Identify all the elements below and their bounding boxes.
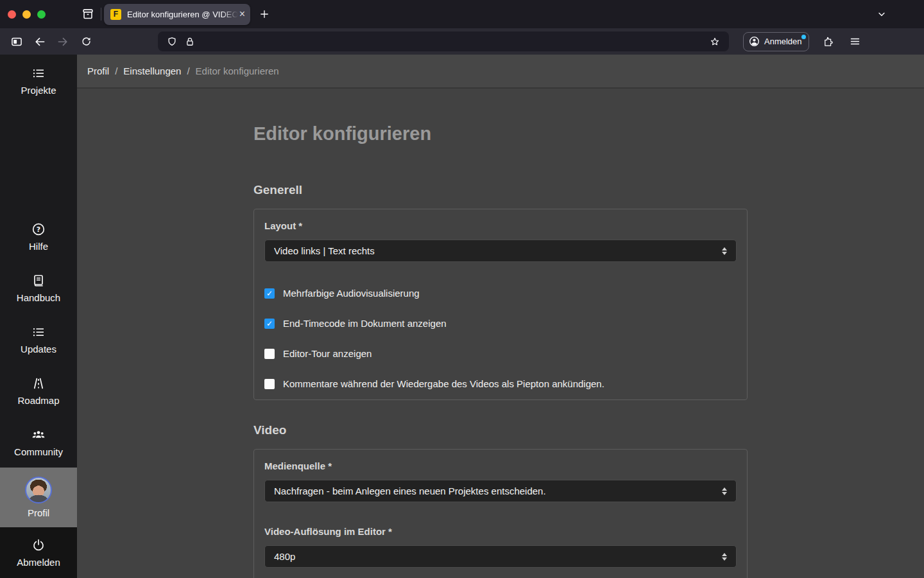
book-icon	[31, 273, 46, 288]
page-title: Editor konfigurieren	[253, 123, 924, 144]
bookmark-button[interactable]	[706, 33, 724, 50]
site-security-button[interactable]	[181, 33, 199, 50]
notification-dot	[801, 35, 806, 39]
checkbox-label: Editor-Tour anzeigen	[283, 348, 372, 359]
plus-icon	[259, 8, 270, 20]
video-fieldset: Medienquelle * Nachfragen - beim Anlegen…	[253, 449, 748, 578]
sidebar-item-label: Abmelden	[17, 557, 60, 568]
section-heading-generell: Generell	[253, 183, 924, 197]
select-arrows-icon	[722, 550, 727, 563]
checkbox-row-audiovisualisierung[interactable]: Mehrfarbige Audiovisualisierung	[264, 288, 737, 299]
sidebar-item-label: Hilfe	[29, 241, 48, 252]
active-tab[interactable]: F Editor konfigurieren @ VIDEO TO ×	[104, 4, 250, 25]
medienquelle-select-value: Nachfragen - beim Anlegen eines neuen Pr…	[274, 486, 722, 496]
aufloesung-select[interactable]: 480p	[264, 545, 737, 568]
list-icon	[31, 324, 46, 340]
list-all-tabs-button[interactable]	[873, 5, 891, 23]
select-arrows-icon	[722, 245, 727, 258]
shield-icon	[166, 36, 178, 48]
sidebar-item-label: Profil	[28, 507, 49, 518]
sidebar-item-updates[interactable]: Updates	[0, 313, 77, 365]
select-arrows-icon	[722, 485, 727, 498]
close-window-button[interactable]	[8, 10, 16, 19]
tab-close-icon[interactable]: ×	[239, 9, 245, 19]
layout-label: Layout *	[264, 220, 737, 231]
main-area: Profil / Einstellungen / Editor konfigur…	[77, 55, 924, 578]
reload-button[interactable]	[76, 32, 96, 51]
forward-arrow-icon	[56, 35, 69, 48]
checkbox-row-kommentare-piepton[interactable]: Kommentare während der Wiedergabe des Vi…	[264, 378, 737, 389]
sidebar-item-roadmap[interactable]: Roadmap	[0, 365, 77, 416]
checkbox-label: End-Timecode im Dokument anzeigen	[283, 318, 447, 329]
browser-tab-bar: F Editor konfigurieren @ VIDEO TO ×	[0, 0, 924, 28]
list-icon	[31, 66, 46, 81]
hamburger-icon	[849, 35, 861, 48]
firefox-signin-button[interactable]: Anmelden	[743, 32, 809, 51]
svg-text:?: ?	[37, 225, 40, 234]
breadcrumb-profil[interactable]: Profil	[87, 66, 109, 76]
minimize-window-button[interactable]	[22, 10, 31, 19]
medienquelle-label: Medienquelle *	[264, 460, 737, 471]
sidebar-item-label: Community	[14, 446, 63, 457]
sidebar-item-abmelden[interactable]: Abmelden	[0, 527, 77, 578]
medienquelle-select[interactable]: Nachfragen - beim Anlegen eines neuen Pr…	[264, 480, 737, 502]
sidebar-item-projekte[interactable]: Projekte	[0, 55, 77, 106]
browser-toolbar: Anmelden	[0, 28, 924, 55]
breadcrumb-separator: /	[115, 66, 117, 76]
sidebar-item-label: Handbuch	[17, 292, 60, 303]
section-heading-video: Video	[253, 423, 924, 437]
menu-button[interactable]	[845, 32, 866, 51]
breadcrumb-separator: /	[187, 66, 189, 76]
sidebar-item-handbuch[interactable]: Handbuch	[0, 262, 77, 313]
chevron-down-icon	[877, 9, 887, 19]
sidebar-item-label: Projekte	[21, 85, 56, 96]
star-icon	[709, 36, 721, 48]
firefox-view-button[interactable]	[79, 5, 97, 23]
window-controls	[8, 10, 46, 19]
tab-favicon: F	[110, 9, 121, 20]
sidebar-item-label: Updates	[21, 344, 56, 355]
extensions-button[interactable]	[818, 32, 839, 51]
new-tab-button[interactable]	[255, 5, 273, 23]
layout-select-value: Video links | Text rechts	[274, 245, 722, 256]
toolbar-right-group	[818, 32, 866, 51]
checkbox[interactable]	[264, 349, 275, 359]
sidebar-toggle-button[interactable]	[6, 32, 27, 51]
layout-select[interactable]: Video links | Text rechts	[264, 240, 737, 262]
generell-fieldset: Layout * Video links | Text rechts Mehrf…	[253, 209, 748, 400]
checkbox-row-end-timecode[interactable]: End-Timecode im Dokument anzeigen	[264, 318, 737, 329]
road-icon	[31, 376, 46, 391]
breadcrumb-einstellungen[interactable]: Einstellungen	[123, 66, 181, 76]
help-icon: ?	[31, 222, 46, 237]
app-sidebar: Projekte ? Hilfe Handbuch	[0, 55, 77, 578]
checkbox-row-editor-tour[interactable]: Editor-Tour anzeigen	[264, 348, 737, 359]
url-bar[interactable]	[158, 31, 729, 51]
forward-button[interactable]	[53, 32, 73, 51]
browser-window: F Editor konfigurieren @ VIDEO TO ×	[0, 0, 924, 578]
aufloesung-label: Video-Auflösung im Editor *	[264, 526, 737, 537]
signin-label: Anmelden	[764, 37, 802, 46]
firefox-view-icon	[81, 7, 95, 21]
account-icon	[748, 35, 760, 48]
aufloesung-select-value: 480p	[274, 551, 722, 562]
sidebar-item-hilfe[interactable]: ? Hilfe	[0, 211, 77, 262]
checkbox[interactable]	[264, 288, 275, 299]
checkbox-label: Kommentare während der Wiedergabe des Vi…	[283, 378, 604, 389]
settings-scroll-area[interactable]: Editor konfigurieren Generell Layout * V…	[77, 89, 924, 578]
sidebar-item-label: Roadmap	[17, 395, 59, 406]
tracking-protection-button[interactable]	[163, 33, 181, 50]
sidebar-toggle-icon	[10, 35, 23, 48]
checkbox[interactable]	[264, 319, 275, 329]
breadcrumb-current-page: Editor konfigurieren	[196, 66, 279, 76]
reload-icon	[80, 35, 92, 48]
sidebar-item-community[interactable]: Community	[0, 416, 77, 468]
sidebar-item-profil[interactable]: Profil	[0, 468, 77, 527]
tab-separator	[101, 8, 101, 21]
power-icon	[31, 538, 46, 553]
back-button[interactable]	[30, 32, 50, 51]
checkbox-label: Mehrfarbige Audiovisualisierung	[283, 288, 420, 299]
zoom-window-button[interactable]	[37, 10, 46, 19]
people-icon	[31, 427, 46, 442]
back-arrow-icon	[33, 35, 46, 48]
checkbox[interactable]	[264, 379, 275, 389]
